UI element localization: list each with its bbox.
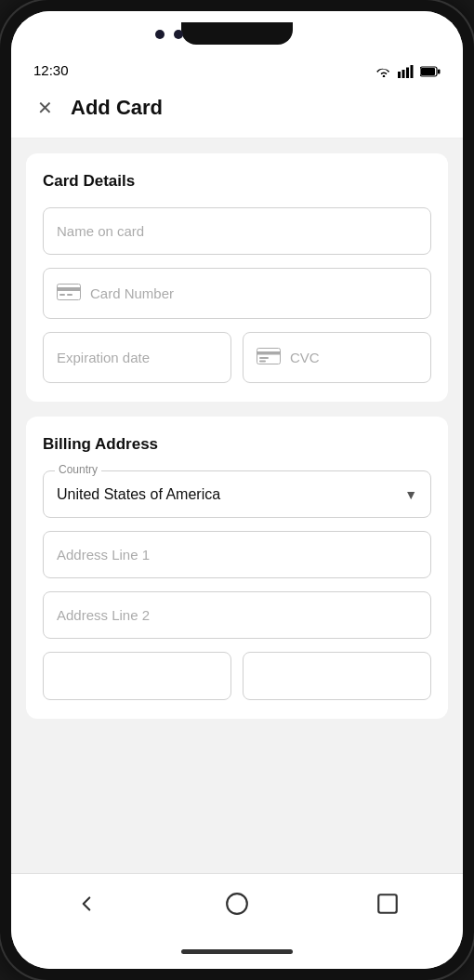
- home-icon: [225, 892, 249, 916]
- cvc-icon: [257, 348, 281, 367]
- address-line-2-field[interactable]: Address Line 2: [43, 591, 431, 639]
- city-field[interactable]: [43, 652, 231, 700]
- svg-point-15: [227, 894, 247, 914]
- recent-button[interactable]: [367, 883, 408, 924]
- camera-dot-right: [174, 30, 183, 39]
- name-on-card-placeholder: Name on card: [57, 223, 144, 239]
- svg-rect-13: [259, 357, 269, 359]
- card-number-icon: [57, 284, 81, 303]
- home-button[interactable]: [217, 883, 257, 924]
- svg-rect-6: [438, 70, 441, 74]
- name-on-card-field[interactable]: Name on card: [43, 207, 431, 255]
- wifi-icon: [375, 66, 392, 77]
- notch-area: 12:30: [11, 11, 463, 86]
- notch-bump: [181, 22, 293, 45]
- address-line-2-placeholder: Address Line 2: [57, 607, 150, 623]
- svg-rect-1: [402, 70, 405, 78]
- bottom-bar: [11, 940, 463, 969]
- close-button[interactable]: ✕: [30, 93, 59, 123]
- address-line-1-field[interactable]: Address Line 1: [43, 531, 431, 578]
- zip-field[interactable]: [243, 652, 431, 700]
- cvc-field[interactable]: CVC: [243, 332, 431, 383]
- country-label: Country: [55, 463, 101, 476]
- svg-rect-9: [59, 294, 65, 296]
- svg-rect-8: [57, 287, 81, 291]
- recent-icon: [375, 892, 400, 916]
- svg-rect-2: [406, 68, 409, 79]
- svg-rect-16: [378, 894, 397, 913]
- back-button[interactable]: [66, 883, 107, 924]
- app-header: ✕ Add Card: [11, 86, 463, 139]
- svg-rect-3: [411, 65, 414, 78]
- country-select[interactable]: United States of America United Kingdom …: [44, 471, 430, 517]
- home-indicator: [181, 949, 293, 954]
- status-bar: 12:30: [33, 62, 441, 78]
- svg-rect-5: [421, 68, 435, 75]
- address-line-1-placeholder: Address Line 1: [57, 547, 150, 563]
- card-details-section: Card Details Name on card: [26, 153, 448, 402]
- close-icon: ✕: [37, 97, 53, 119]
- card-number-placeholder: Card Number: [90, 285, 174, 301]
- svg-rect-7: [58, 285, 81, 300]
- status-time: 12:30: [33, 62, 69, 78]
- page-title: Add Card: [71, 96, 163, 120]
- city-zip-row: [43, 652, 431, 700]
- billing-address-section: Billing Address Country United States of…: [26, 417, 448, 719]
- svg-rect-0: [398, 72, 401, 78]
- content-area: Card Details Name on card: [11, 139, 463, 873]
- billing-address-title: Billing Address: [43, 435, 431, 454]
- country-field[interactable]: Country United States of America United …: [43, 470, 431, 518]
- expiry-cvc-row: Expiration date CVC: [43, 332, 431, 383]
- expiration-placeholder: Expiration date: [57, 350, 150, 365]
- svg-rect-12: [257, 351, 281, 355]
- phone-screen: 12:30: [11, 11, 463, 969]
- phone-frame: 12:30: [0, 0, 474, 980]
- svg-rect-14: [259, 361, 266, 363]
- camera-dot-left: [155, 30, 165, 39]
- signal-icon: [398, 65, 415, 78]
- svg-rect-10: [67, 294, 72, 296]
- card-number-field[interactable]: Card Number: [43, 268, 431, 319]
- cvc-placeholder: CVC: [290, 350, 320, 365]
- bottom-navigation: [11, 873, 463, 940]
- back-icon: [74, 892, 99, 916]
- status-icons: [375, 65, 441, 78]
- battery-icon: [420, 66, 441, 77]
- card-details-title: Card Details: [43, 172, 431, 191]
- expiration-field[interactable]: Expiration date: [43, 332, 231, 383]
